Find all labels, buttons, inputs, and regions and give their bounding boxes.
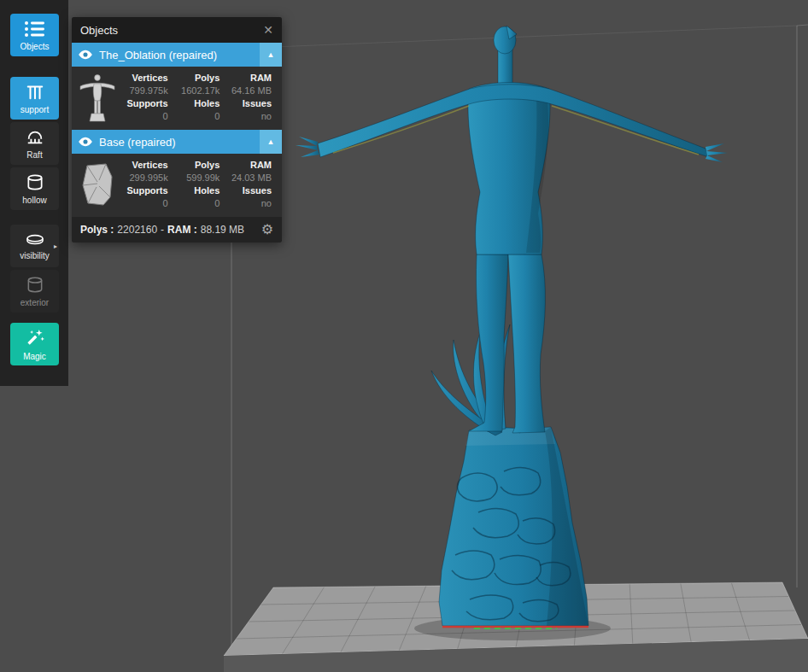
object-row-base[interactable]: Base (repaired) ▲ xyxy=(72,130,282,154)
stat-value: 0 xyxy=(173,110,225,123)
objects-button[interactable]: Objects xyxy=(10,14,59,56)
stat-value: 599.99k xyxy=(173,172,225,184)
stat-label: Polys xyxy=(173,72,225,85)
stat-label: RAM xyxy=(225,159,277,172)
stat-value: 64.16 MB xyxy=(225,85,277,97)
eye-icon[interactable] xyxy=(72,50,99,60)
stat-value: no xyxy=(225,197,277,210)
support-button[interactable]: support xyxy=(10,77,59,120)
eye-icon[interactable] xyxy=(72,137,99,147)
stat-label: Vertices xyxy=(121,159,173,172)
objects-panel: Objects ✕ The_Oblation (repaired) ▲ xyxy=(72,17,282,243)
object-thumbnail-rock xyxy=(73,159,121,210)
panel-footer: Polys : 2202160 - RAM : 88.19 MB ⚙ xyxy=(72,217,282,243)
stat-value: no xyxy=(225,110,277,123)
stat-value: 1602.17k xyxy=(173,85,225,97)
objects-button-label: Objects xyxy=(20,43,50,51)
footer-ram-label: RAM : xyxy=(167,224,197,236)
collapse-icon[interactable]: ▲ xyxy=(260,130,282,154)
hollow-cylinder-icon xyxy=(25,172,45,194)
objects-panel-header: Objects ✕ xyxy=(72,17,282,43)
visibility-button[interactable]: visibility ▸ xyxy=(10,225,59,267)
object-row-oblation[interactable]: The_Oblation (repaired) ▲ xyxy=(72,43,282,67)
panel-title: Objects xyxy=(80,24,118,37)
visibility-disk-icon xyxy=(24,232,46,249)
stat-value: 0 xyxy=(121,110,173,123)
footer-polys-label: Polys : xyxy=(80,224,114,236)
hollow-button-label: hollow xyxy=(22,196,46,205)
app-window: Objects support Raft xyxy=(0,0,808,672)
statue-model[interactable] xyxy=(296,26,728,628)
stat-label: Supports xyxy=(121,97,173,110)
footer-dash: - xyxy=(161,224,164,236)
magic-wand-icon xyxy=(24,327,46,350)
support-icon xyxy=(25,83,45,103)
visibility-button-label: visibility xyxy=(20,252,49,260)
stat-label: Supports xyxy=(121,184,173,197)
collapse-icon[interactable]: ▲ xyxy=(260,43,282,67)
stat-label: Issues xyxy=(225,97,277,110)
stat-label: Holes xyxy=(173,184,225,197)
exterior-cylinder-icon xyxy=(25,275,45,296)
stat-value: 299.995k xyxy=(121,172,173,184)
exterior-button[interactable]: exterior xyxy=(10,270,59,313)
object-name: Base (repaired) xyxy=(99,136,176,149)
gear-icon[interactable]: ⚙ xyxy=(261,223,273,237)
stat-value: 0 xyxy=(121,197,173,210)
raft-button-label: Raft xyxy=(26,151,42,160)
flyout-arrow-icon: ▸ xyxy=(54,243,57,250)
stat-label: Issues xyxy=(225,184,277,197)
support-button-label: support xyxy=(20,106,49,114)
magic-button-label: Magic xyxy=(23,353,46,361)
object-stats-base: Vertices Polys RAM 299.995k 599.99k 24.0… xyxy=(72,154,282,217)
object-name: The_Oblation (repaired) xyxy=(99,49,217,61)
footer-polys-value: 2202160 xyxy=(117,224,157,236)
object-thumbnail-statue xyxy=(73,72,121,123)
left-toolbar: Objects support Raft xyxy=(0,0,68,386)
raft-icon xyxy=(25,128,45,149)
hollow-button[interactable]: hollow xyxy=(10,167,59,210)
magic-button[interactable]: Magic xyxy=(10,323,59,365)
close-icon[interactable]: ✕ xyxy=(263,24,273,36)
objects-list-icon xyxy=(24,20,46,40)
stat-label: Holes xyxy=(173,97,225,110)
stat-label: Vertices xyxy=(121,72,173,85)
stat-label: RAM xyxy=(225,72,277,85)
stat-value: 799.975k xyxy=(121,85,173,97)
stat-value: 0 xyxy=(173,197,225,210)
footer-ram-value: 88.19 MB xyxy=(201,224,244,236)
exterior-button-label: exterior xyxy=(20,299,49,307)
raft-button[interactable]: Raft xyxy=(10,122,59,165)
stat-value: 24.03 MB xyxy=(225,172,277,184)
stat-label: Polys xyxy=(173,159,225,172)
object-stats-oblation: Vertices Polys RAM 799.975k 1602.17k 64.… xyxy=(72,67,282,130)
